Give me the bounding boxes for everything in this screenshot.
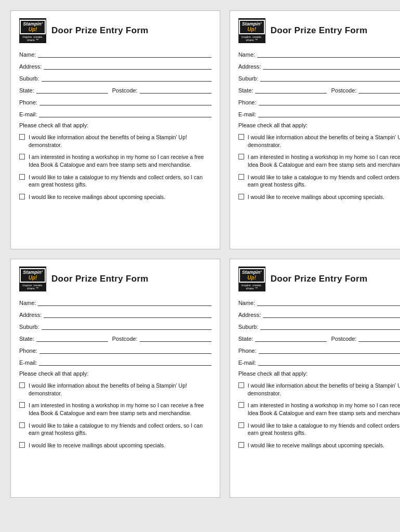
checkbox-1-3[interactable] <box>19 174 25 180</box>
checkbox-4-1[interactable] <box>238 382 244 388</box>
suburb-row-1: Suburb: <box>19 74 211 82</box>
phone-input-1[interactable] <box>39 98 211 105</box>
suburb-input-3[interactable] <box>42 323 211 330</box>
check-item-1-4: I would like to receive mailings about u… <box>19 193 211 201</box>
check-section-label-1: Please check all that apply: <box>19 122 211 128</box>
checkbox-3-3[interactable] <box>19 422 25 428</box>
suburb-label-1: Suburb: <box>19 75 39 82</box>
check-item-3-1: I would like information about the benef… <box>19 382 211 397</box>
postcode-input-2[interactable] <box>358 86 400 94</box>
suburb-input-4[interactable] <box>260 323 400 330</box>
check-section-label-3: Please check all that apply: <box>19 370 211 377</box>
suburb-row-4: Suburb: <box>238 323 400 330</box>
state-input-4[interactable] <box>255 335 327 342</box>
check-item-4-4: I would like to receive mailings about u… <box>238 442 400 449</box>
postcode-group-2: Postcode: <box>331 86 400 94</box>
address-row-4: Address: <box>238 311 400 318</box>
name-row-2: Name: <box>238 50 400 58</box>
form-title-2: Door Prize Entry Form <box>271 25 368 36</box>
email-input-2[interactable] <box>258 110 400 117</box>
phone-label-3: Phone: <box>19 348 37 354</box>
name-input-4[interactable] <box>257 299 400 306</box>
checkbox-3-1[interactable] <box>19 382 25 388</box>
check-text-4-4: I would like to receive mailings about u… <box>248 442 384 449</box>
address-input-1[interactable] <box>44 62 211 70</box>
phone-input-3[interactable] <box>39 347 211 354</box>
suburb-row-2: Suburb: <box>238 74 400 82</box>
check-text-4-1: I would like information about the benef… <box>248 382 400 397</box>
suburb-input-2[interactable] <box>260 74 400 82</box>
logo-stampin: Stampin' <box>23 22 43 27</box>
form-card-2: Stampin' Up! inspire. create. share.™ Do… <box>230 10 400 249</box>
email-label-2: E-mail: <box>238 111 256 117</box>
checkbox-1-1[interactable] <box>19 134 25 140</box>
form-card-4: Stampin' Up! inspire. create. share.™ Do… <box>230 259 400 498</box>
name-label-4: Name: <box>238 300 255 306</box>
email-label-1: E-mail: <box>19 111 37 117</box>
name-input-1[interactable] <box>38 50 211 58</box>
state-group-3: State: <box>19 335 108 342</box>
email-input-4[interactable] <box>258 358 400 366</box>
checkbox-1-4[interactable] <box>19 194 25 200</box>
postcode-input-4[interactable] <box>358 335 400 342</box>
checkbox-3-2[interactable] <box>19 402 25 408</box>
state-input-3[interactable] <box>36 335 108 342</box>
email-input-3[interactable] <box>39 358 211 366</box>
form-title-1: Door Prize Entry Form <box>51 25 149 36</box>
logo-up-4: Up! <box>242 275 262 281</box>
checkbox-3-4[interactable] <box>19 442 25 448</box>
email-row-2: E-mail: <box>238 110 400 117</box>
postcode-label-3: Postcode: <box>112 336 138 342</box>
check-text-2-4: I would like to receive mailings about u… <box>248 193 384 201</box>
state-input-1[interactable] <box>36 86 108 94</box>
state-input-2[interactable] <box>255 86 327 94</box>
form-card-3: Stampin' Up! inspire. create. share.™ Do… <box>10 259 220 498</box>
check-text-2-3: I would like to take a catalogue to my f… <box>248 174 400 189</box>
suburb-label-4: Suburb: <box>238 324 259 330</box>
form-title-4: Door Prize Entry Form <box>271 274 368 284</box>
checkbox-4-3[interactable] <box>238 422 244 428</box>
checkbox-2-4[interactable] <box>238 194 244 200</box>
state-label-3: State: <box>19 336 34 342</box>
logo-up: Up! <box>23 26 43 32</box>
check-text-1-1: I would like information about the benef… <box>29 134 211 149</box>
email-row-3: E-mail: <box>19 358 211 366</box>
phone-input-4[interactable] <box>259 347 400 354</box>
address-input-4[interactable] <box>263 311 400 318</box>
check-text-1-2: I am interested in hosting a workshop in… <box>29 153 211 168</box>
state-label-1: State: <box>19 87 34 94</box>
phone-label-4: Phone: <box>238 348 257 354</box>
phone-row-1: Phone: <box>19 98 211 105</box>
checkbox-2-1[interactable] <box>238 134 244 140</box>
checkbox-2-3[interactable] <box>238 174 244 180</box>
checkbox-4-2[interactable] <box>238 402 244 408</box>
check-text-1-4: I would like to receive mailings about u… <box>29 193 165 201</box>
postcode-input-3[interactable] <box>140 335 211 342</box>
name-input-2[interactable] <box>257 50 400 58</box>
checkbox-2-2[interactable] <box>238 154 244 159</box>
check-item-1-2: I am interested in hosting a workshop in… <box>19 153 211 168</box>
suburb-input-1[interactable] <box>42 74 211 82</box>
postcode-input-1[interactable] <box>140 86 211 94</box>
name-label-3: Name: <box>19 300 36 306</box>
logo-up-3: Up! <box>23 275 43 281</box>
address-input-3[interactable] <box>44 311 211 318</box>
checkbox-1-2[interactable] <box>19 154 25 159</box>
check-text-2-2: I am interested in hosting a workshop in… <box>248 153 400 168</box>
check-text-3-4: I would like to receive mailings about u… <box>29 442 165 449</box>
email-input-1[interactable] <box>39 110 211 117</box>
phone-input-2[interactable] <box>259 98 400 105</box>
address-row-2: Address: <box>238 62 400 70</box>
address-row-1: Address: <box>19 62 211 70</box>
name-input-3[interactable] <box>38 299 211 306</box>
state-postcode-row-3: State: Postcode: <box>19 335 211 342</box>
name-row-3: Name: <box>19 299 211 306</box>
logo-stampin-3: Stampin' <box>23 270 43 275</box>
name-row-1: Name: <box>19 50 211 58</box>
email-row-4: E-mail: <box>238 358 400 366</box>
check-text-4-3: I would like to take a catalogue to my f… <box>248 422 400 437</box>
state-postcode-row-1: State: Postcode: <box>19 86 211 94</box>
logo-1: Stampin' Up! inspire. create. share.™ <box>19 18 46 43</box>
address-input-2[interactable] <box>263 62 400 70</box>
checkbox-4-4[interactable] <box>238 442 244 448</box>
